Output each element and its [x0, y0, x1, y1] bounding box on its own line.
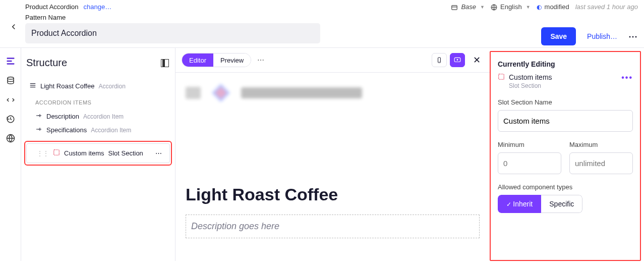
slot-section-icon	[53, 149, 60, 157]
tree-root[interactable]: Light Roast Coffee Accordion	[24, 79, 172, 93]
pattern-name-label: Pattern Name	[25, 14, 637, 21]
tree-item-selected-highlight: ⋮⋮ Custom items Slot Section ⋯	[24, 141, 172, 166]
tree-item-more-button[interactable]: ⋯	[155, 149, 165, 157]
chevron-down-icon: ▼	[526, 5, 531, 10]
item-icon	[35, 113, 42, 120]
rail-history-icon[interactable]	[6, 115, 15, 124]
rail-structure-icon[interactable]	[6, 56, 16, 66]
editing-item-type: Slot Section	[509, 82, 633, 89]
maximum-label: Maximum	[569, 141, 633, 148]
chevron-down-icon: ▼	[480, 5, 485, 10]
rail-code-icon[interactable]	[6, 95, 15, 104]
slot-name-label: Slot Section Name	[498, 98, 633, 106]
editor-tab[interactable]: Editor	[182, 54, 213, 67]
tree-section-label: ACCORDION ITEMS	[24, 93, 172, 110]
inspector-more-button[interactable]: •••	[621, 73, 633, 82]
breadcrumb-name: Product Accordion	[25, 3, 79, 11]
svg-point-7	[8, 77, 14, 80]
inspector-heading: Currently Editing	[498, 60, 633, 68]
status-badge: ◐ modified	[537, 3, 569, 11]
editing-item-name: Custom items	[509, 73, 552, 81]
save-button[interactable]: Save	[541, 27, 576, 45]
slot-section-icon	[498, 73, 505, 82]
publish-link[interactable]: Publish…	[587, 32, 617, 40]
svg-rect-0	[452, 5, 457, 9]
device-mobile-button[interactable]	[432, 53, 447, 67]
rail-data-icon[interactable]	[6, 76, 15, 85]
variant-selector[interactable]: Base▼	[451, 3, 485, 11]
globe-icon	[491, 3, 497, 11]
svg-rect-5	[7, 61, 12, 62]
card-icon	[451, 3, 458, 11]
preview-tab[interactable]: Preview	[213, 54, 251, 67]
allowed-types-label: Allowed component types	[498, 183, 633, 191]
specific-button[interactable]: Specific	[541, 195, 582, 213]
canvas-more-button[interactable]: ⋯	[255, 54, 267, 66]
locale-selector[interactable]: English▼	[491, 3, 531, 11]
half-circle-icon: ◐	[537, 4, 542, 11]
pattern-name-input[interactable]	[25, 23, 320, 43]
structure-title: Structure	[26, 57, 67, 69]
svg-rect-19	[54, 150, 60, 155]
minimum-label: Minimum	[498, 141, 561, 148]
maximum-input[interactable]	[569, 152, 633, 174]
more-actions-button[interactable]: ⋯	[628, 31, 638, 42]
rail-globe-icon[interactable]	[6, 134, 15, 143]
svg-rect-26	[499, 74, 504, 80]
blurred-header-placeholder	[186, 82, 480, 104]
view-mode-segmented: Editor Preview	[182, 53, 251, 67]
item-icon	[35, 126, 42, 134]
device-desktop-button[interactable]	[450, 53, 465, 67]
breadcrumb-change-link[interactable]: change…	[84, 3, 112, 11]
panel-toggle-icon[interactable]	[161, 59, 169, 67]
back-button[interactable]	[9, 22, 18, 33]
drag-handle-icon[interactable]: ⋮⋮	[37, 150, 49, 157]
svg-rect-6	[7, 63, 14, 65]
svg-rect-4	[7, 58, 14, 59]
svg-point-23	[457, 60, 458, 61]
slot-name-input[interactable]	[498, 110, 633, 132]
minimum-input[interactable]	[498, 152, 561, 174]
tree-item-description[interactable]: Description Accordion Item	[24, 110, 172, 123]
description-slot[interactable]: Description goes here	[186, 215, 480, 238]
tree-item-custom-items[interactable]: ⋮⋮ Custom items Slot Section ⋯	[26, 143, 170, 163]
close-canvas-button[interactable]: ✕	[468, 55, 484, 66]
preview-title: Light Roast Coffee	[186, 185, 480, 204]
last-saved-text: last saved 1 hour ago	[575, 3, 638, 11]
tree-item-specifications[interactable]: Specifications Accordion Item	[24, 123, 172, 137]
inherit-button[interactable]: Inherit	[498, 195, 541, 213]
accordion-icon	[29, 82, 36, 90]
